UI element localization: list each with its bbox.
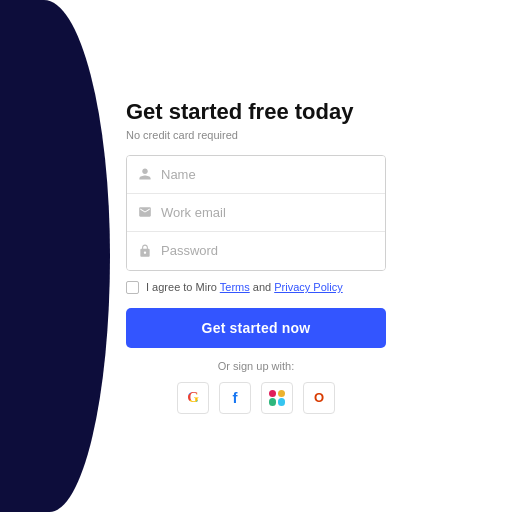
office-icon: O xyxy=(314,390,324,405)
password-input[interactable] xyxy=(161,243,375,258)
form-container: Get started free today No credit card re… xyxy=(126,99,386,414)
subtitle: No credit card required xyxy=(126,129,238,141)
email-input[interactable] xyxy=(161,205,375,220)
name-input-row xyxy=(127,156,385,194)
facebook-icon: f xyxy=(233,389,238,406)
input-group xyxy=(126,155,386,271)
terms-link[interactable]: Terms xyxy=(220,281,250,293)
facebook-button[interactable]: f xyxy=(219,382,251,414)
or-divider: Or sign up with: xyxy=(126,360,386,372)
main-content: Get started free today No credit card re… xyxy=(0,0,512,512)
slack-button[interactable] xyxy=(261,382,293,414)
social-icons: G f O xyxy=(126,382,386,414)
google-button[interactable]: G xyxy=(177,382,209,414)
person-icon xyxy=(137,166,153,182)
terms-text: I agree to Miro Terms and Privacy Policy xyxy=(146,281,343,293)
name-input[interactable] xyxy=(161,167,375,182)
google-icon: G xyxy=(187,389,199,406)
privacy-link[interactable]: Privacy Policy xyxy=(274,281,342,293)
get-started-button[interactable]: Get started now xyxy=(126,308,386,348)
slack-icon xyxy=(269,390,285,406)
email-input-row xyxy=(127,194,385,232)
lock-icon xyxy=(137,243,153,259)
page-title: Get started free today xyxy=(126,99,353,125)
email-icon xyxy=(137,204,153,220)
password-input-row xyxy=(127,232,385,270)
terms-row: I agree to Miro Terms and Privacy Policy xyxy=(126,281,343,294)
terms-checkbox[interactable] xyxy=(126,281,139,294)
office-button[interactable]: O xyxy=(303,382,335,414)
